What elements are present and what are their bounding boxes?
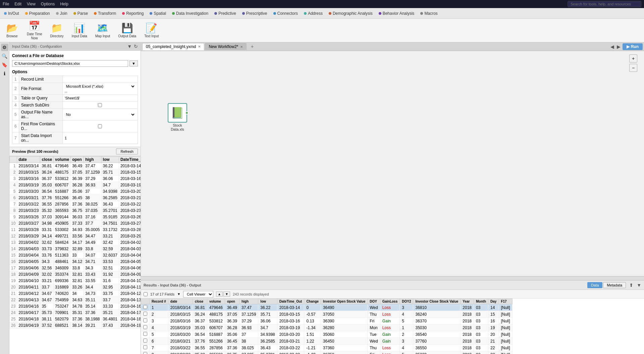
side-icon-search[interactable]: 🔍 — [1, 52, 8, 60]
toolbar-demographic[interactable]: Demographic Analysis — [326, 10, 375, 16]
results-col-14[interactable]: Year — [461, 299, 474, 304]
table-row[interactable]: 112018/03/2833.3153300234.9335.000533.17… — [10, 227, 141, 233]
results-col-11[interactable]: GainLoss — [380, 299, 400, 304]
list-item[interactable]: 72018/03/2236.5528785637.3638.02536.4320… — [141, 345, 513, 351]
table-row[interactable]: 72018/03/2236.5528785637.3638.02536.4320… — [10, 201, 141, 208]
table-row[interactable]: 242018/04/1735.7370990135.3137.3635.2120… — [10, 310, 141, 316]
toolbar-prescriptive[interactable]: Prescriptive — [239, 10, 270, 16]
table-row[interactable]: 152018/04/0433.765113633334.0732.6037201… — [10, 252, 141, 259]
results-col-0[interactable]: Record # — [150, 299, 168, 304]
table-row[interactable]: 42018/03/1935.0360670736.2836.9334.72018… — [10, 182, 141, 188]
results-col-4[interactable]: open — [225, 299, 239, 304]
table-row[interactable]: 252018/04/1838.1158207937.3638.198836.48… — [10, 316, 141, 322]
results-col-12[interactable]: DOY2 — [400, 299, 413, 304]
menu-file[interactable]: File — [3, 2, 9, 6]
option-select-5[interactable]: No — [65, 112, 136, 117]
toolbar-reporting[interactable]: Reporting — [119, 10, 146, 16]
toolbar-join[interactable]: Join — [53, 10, 70, 16]
list-item[interactable]: 22018/03/1536.2448817537.0537.125935.712… — [141, 311, 513, 318]
row-checkbox-6[interactable] — [143, 345, 147, 349]
toolbar-address[interactable]: Address — [301, 10, 325, 16]
list-item[interactable]: 42018/03/1935.0360670736.2836.9334.72018… — [141, 324, 513, 331]
tab-newworkflow[interactable]: New Workflow2* ✕ — [205, 43, 247, 50]
list-item[interactable]: 62018/03/2137.7655126636.453836.25852018… — [141, 338, 513, 345]
textinput-button[interactable]: 📝 Text Input — [142, 21, 161, 40]
tab-right-arrow[interactable]: ▶ — [616, 43, 621, 50]
results-col-1[interactable]: date — [168, 299, 193, 304]
table-row[interactable]: 122018/03/2934.1449972133.5634.4733.2120… — [10, 233, 141, 239]
table-row[interactable]: 262018/04/1937.5268852138.1439.2137.4320… — [10, 322, 141, 329]
option-browse-2[interactable]: ... — [65, 89, 67, 93]
table-row[interactable]: 202018/04/1133.731686933.2634.432.952018… — [10, 284, 141, 291]
canvas-hscroll[interactable] — [141, 276, 644, 280]
cell-viewer-select[interactable]: Cell Viewer — [183, 291, 213, 298]
results-expand-icon[interactable]: ⬆ — [629, 282, 633, 288]
browse-button[interactable]: 📂 Browse — [3, 21, 21, 40]
menu-edit[interactable]: Edit — [14, 2, 21, 6]
directory-button[interactable]: 📁 Directory — [48, 21, 66, 40]
table-row[interactable]: 142018/04/0333.7337983232.8933.832.59201… — [10, 246, 141, 252]
option-text-7[interactable] — [65, 136, 136, 140]
table-row[interactable]: 32018/03/1636.3753381236.3937.2936.06201… — [10, 176, 141, 182]
row-checkbox-3[interactable] — [143, 325, 147, 329]
table-row[interactable]: 12018/03/1436.8147964636.4937.4736.22201… — [10, 163, 141, 169]
side-icon-bookmark[interactable]: 🔖 — [1, 61, 8, 69]
menu-search-input[interactable] — [568, 1, 641, 7]
table-row[interactable]: 92018/03/2637.0330914436.0337.1635.91852… — [10, 214, 141, 220]
preview-table-container[interactable]: dateclosevolumeopenhighlowDateTime_Out 1… — [9, 156, 141, 354]
table-row[interactable]: 162018/04/0534.348846134.1234.7133.53201… — [10, 259, 141, 265]
side-icon-info[interactable]: ℹ — [1, 70, 8, 77]
sort-desc-button[interactable]: ▼ — [223, 292, 230, 297]
mapinput-button[interactable]: 🗺️ Map Input — [93, 21, 113, 40]
row-checkbox-0[interactable] — [143, 305, 147, 309]
results-col-17[interactable]: F17 — [499, 299, 512, 304]
table-row[interactable]: 222018/04/1334.6775495934.6335.1133.7201… — [10, 297, 141, 303]
outputdata-button[interactable]: 💾 Output Data — [115, 21, 139, 40]
toolbar-connectors[interactable]: Connectors — [271, 10, 301, 16]
table-row[interactable]: 52018/03/2036.5451688735.063734.93982018… — [10, 188, 141, 195]
tab-left-arrow[interactable]: ◀ — [610, 43, 615, 50]
file-browse-button[interactable]: ▼ — [129, 60, 138, 67]
results-col-10[interactable]: DOY — [368, 299, 380, 304]
toolbar-transform[interactable]: Transform — [91, 10, 119, 16]
menu-help[interactable]: Help — [60, 2, 68, 6]
toolbar-inout[interactable]: In/Out — [1, 10, 22, 16]
fields-dropdown-arrow[interactable]: ▼ — [177, 292, 180, 296]
table-row[interactable]: 172018/04/0632.5634600933.834.332.512018… — [10, 265, 141, 271]
option-select-2[interactable]: Microsoft Excel (*.xlsx) — [65, 84, 136, 89]
panel-refresh-icon[interactable]: ↻ — [134, 44, 138, 49]
inputdata-button[interactable]: 📊 Input Data — [69, 21, 90, 40]
zoom-out-button[interactable]: − — [629, 64, 637, 72]
results-collapse-icon[interactable]: ▼ — [637, 282, 641, 288]
tab-add-button[interactable]: ＋ — [247, 43, 257, 50]
option-text-1[interactable] — [65, 77, 136, 81]
metadata-tab-button[interactable]: Metadata — [603, 282, 626, 288]
results-col-9[interactable]: Investor Open Stock Value — [321, 299, 368, 304]
refresh-button[interactable]: Refresh — [116, 148, 138, 154]
results-col-16[interactable]: Day — [488, 299, 499, 304]
results-col-3[interactable]: volume — [207, 299, 225, 304]
toolbar-preparation[interactable]: Preparation — [22, 10, 53, 16]
tab-completed[interactable]: 05_completed_Insight.yxmd ✕ — [142, 43, 204, 50]
table-row[interactable]: 102018/03/2734.9845090537.3337.734.75012… — [10, 220, 141, 227]
results-col-2[interactable]: close — [193, 299, 207, 304]
file-path-input[interactable] — [12, 60, 128, 67]
option-checkbox-6[interactable] — [98, 124, 102, 128]
select-all-checkbox[interactable] — [144, 292, 148, 296]
toolbar-macros[interactable]: Macros — [418, 10, 440, 16]
sort-asc-button[interactable]: ▲ — [216, 292, 223, 297]
results-col-13[interactable]: Investor Close Stock Value — [413, 299, 461, 304]
results-col-5[interactable]: high — [239, 299, 258, 304]
datetime-button[interactable]: 📅 Date TimeNow — [24, 19, 45, 42]
row-checkbox-1[interactable] — [143, 312, 147, 316]
table-row[interactable]: 82018/03/2335.3236559336.7537.03535.2701… — [10, 208, 141, 214]
toolbar-parse[interactable]: Parse — [71, 10, 91, 16]
side-icon-tools[interactable]: ⚙ — [1, 44, 8, 51]
panel-collapse-icon[interactable]: ▼ — [127, 44, 132, 49]
table-row[interactable]: 22018/03/1536.2448817537.0537.125935.712… — [10, 169, 141, 176]
toolbar-datainvestigation[interactable]: Data Investigation — [169, 10, 211, 16]
list-item[interactable]: 32018/03/1636.3753381236.3937.2936.06201… — [141, 318, 513, 324]
table-row[interactable]: 212018/04/1234.677406203434.7333.752018-… — [10, 291, 141, 297]
option-checkbox-4[interactable] — [98, 103, 102, 107]
menu-options[interactable]: Options — [41, 2, 55, 6]
